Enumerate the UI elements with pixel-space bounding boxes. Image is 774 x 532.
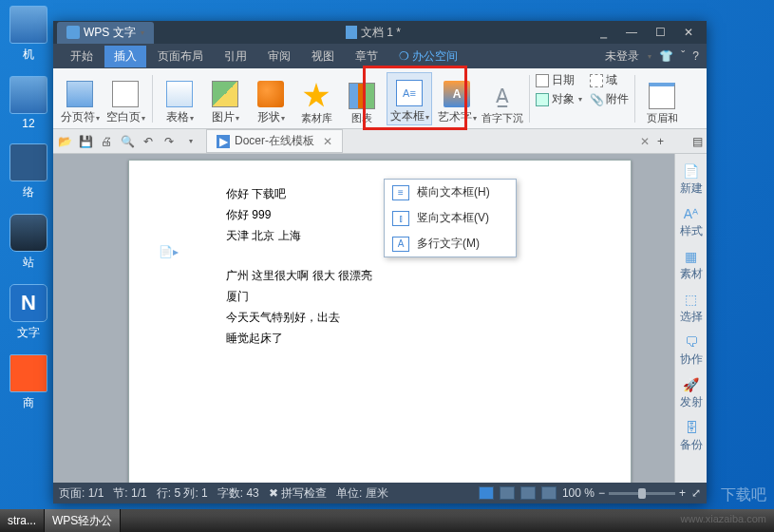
status-chars[interactable]: 字数: 43 bbox=[217, 485, 259, 502]
desktop-icon[interactable]: 商 bbox=[4, 354, 53, 411]
attachment-button[interactable]: 📎附件 bbox=[590, 91, 629, 107]
header-footer-button[interactable]: 页眉和 bbox=[641, 72, 683, 125]
zoom-out-icon[interactable]: − bbox=[598, 486, 605, 500]
tab-insert[interactable]: 插入 bbox=[104, 46, 146, 67]
watermark: 下载吧 bbox=[721, 485, 766, 505]
desktop-icon[interactable]: 12 bbox=[4, 76, 53, 130]
status-unit[interactable]: 单位: 厘米 bbox=[336, 485, 388, 502]
blankpage-icon bbox=[112, 81, 139, 107]
print-icon[interactable]: 🖨 bbox=[99, 134, 114, 149]
tab-chapter[interactable]: 章节 bbox=[346, 46, 387, 67]
textbox-dropdown: ≡横向文本框(H) ⫿竖向文本框(V) A多行文字(M) bbox=[384, 179, 517, 257]
dropdown-item-multiline[interactable]: A多行文字(M) bbox=[385, 231, 516, 256]
taskbar-button[interactable]: WPS轻办公 bbox=[45, 509, 121, 532]
rt-send[interactable]: 🚀发射 bbox=[680, 377, 703, 410]
paste-options-icon[interactable]: 📄▸ bbox=[158, 241, 179, 262]
date-button[interactable]: 日期 bbox=[536, 72, 582, 88]
shape-button[interactable]: 形状▾ bbox=[250, 72, 292, 125]
docer-tab[interactable]: ▶ Docer-在线模板 ✕ bbox=[206, 129, 343, 153]
save-icon[interactable]: 💾 bbox=[78, 134, 93, 149]
open-icon[interactable]: 📂 bbox=[57, 134, 72, 149]
minimize-button[interactable]: — bbox=[621, 26, 642, 39]
library-button[interactable]: 素材库 bbox=[295, 72, 337, 125]
view-web-icon[interactable] bbox=[520, 486, 536, 500]
rt-coop[interactable]: 🗨协作 bbox=[680, 334, 703, 368]
fit-icon[interactable]: ⤢ bbox=[691, 486, 701, 500]
desktop-icon[interactable]: 站 bbox=[4, 214, 53, 271]
zoom-control[interactable]: 100 % − + bbox=[562, 486, 686, 500]
print-preview-icon[interactable]: 🔍 bbox=[120, 134, 135, 149]
object-icon bbox=[536, 93, 549, 106]
work-area: 你好 下载吧 你好 999 天津 北京 上海 广州 这里很大啊 很大 很漂亮 厦… bbox=[53, 154, 707, 483]
titlebar: WPS 文字 ▾ 文档 1 * ⎯ — ☐ ✕ bbox=[53, 21, 707, 44]
dropdown-item-vertical[interactable]: ⫿竖向文本框(V) bbox=[385, 205, 516, 231]
field-button[interactable]: 域 bbox=[590, 72, 629, 88]
wps-window: WPS 文字 ▾ 文档 1 * ⎯ — ☐ ✕ 开始 插入 页面布局 引用 审阅… bbox=[53, 21, 707, 504]
textbox-button[interactable]: 文本框▾ bbox=[387, 72, 432, 125]
chart-icon bbox=[349, 83, 375, 109]
field-icon bbox=[590, 74, 603, 87]
dropdown-item-horizontal[interactable]: ≡横向文本框(H) bbox=[385, 180, 516, 205]
help-icon[interactable]: ? bbox=[692, 49, 699, 63]
picture-button[interactable]: 图片▾ bbox=[204, 72, 246, 125]
doc-line: 今天天气特别好，出去 bbox=[226, 307, 595, 328]
rt-new[interactable]: 📄新建 bbox=[680, 163, 703, 197]
docer-icon: ▶ bbox=[217, 135, 230, 148]
new-tab-button[interactable]: + bbox=[657, 135, 664, 148]
tab-list-icon[interactable]: ▤ bbox=[692, 135, 703, 148]
multiline-text-icon: A bbox=[392, 237, 409, 252]
shape-icon bbox=[257, 81, 284, 107]
close-button[interactable]: ✕ bbox=[678, 26, 699, 39]
tab-office-space[interactable]: ❍ 办公空间 bbox=[389, 46, 467, 67]
status-spellcheck[interactable]: ✖ 拼写检查 bbox=[269, 485, 327, 502]
close-tab-icon[interactable]: ✕ bbox=[640, 135, 650, 148]
pagebreak-button[interactable]: 分页符▾ bbox=[59, 72, 101, 125]
tab-page-layout[interactable]: 页面布局 bbox=[148, 46, 213, 67]
collapse-ribbon-icon[interactable]: ˇ bbox=[681, 49, 685, 63]
rt-select[interactable]: ⬚选择 bbox=[680, 292, 703, 325]
document-title: 文档 1 * bbox=[154, 25, 593, 41]
tab-review[interactable]: 审阅 bbox=[258, 46, 300, 67]
chart-button[interactable]: 图表 bbox=[341, 72, 383, 125]
menu-right: 未登录▾ 👕 ˇ ? bbox=[605, 48, 699, 65]
view-read-icon[interactable] bbox=[541, 486, 557, 500]
zoom-slider[interactable] bbox=[609, 492, 675, 495]
blankpage-button[interactable]: 空白页▾ bbox=[104, 72, 146, 125]
close-tab-icon[interactable]: ✕ bbox=[323, 135, 332, 148]
spacer-icon: ⎯ bbox=[593, 26, 614, 39]
table-button[interactable]: 表格▾ bbox=[159, 72, 200, 125]
rt-material[interactable]: ▦素材 bbox=[680, 249, 703, 282]
view-outline-icon[interactable] bbox=[500, 486, 515, 500]
status-line-col: 行: 5 列: 1 bbox=[157, 485, 208, 502]
rt-style[interactable]: Aᴬ样式 bbox=[680, 206, 703, 239]
status-bar: 页面: 1/1 节: 1/1 行: 5 列: 1 字数: 43 ✖ 拼写检查 单… bbox=[53, 483, 707, 504]
tab-start[interactable]: 开始 bbox=[61, 46, 103, 67]
tab-view[interactable]: 视图 bbox=[302, 46, 344, 67]
taskbar-button[interactable]: stra... bbox=[0, 509, 45, 532]
desktop-icon[interactable]: 络 bbox=[4, 143, 53, 200]
undo-icon[interactable]: ↶ bbox=[141, 134, 156, 149]
redo-icon[interactable]: ↷ bbox=[161, 134, 177, 149]
view-page-icon[interactable] bbox=[479, 486, 494, 500]
rt-backup[interactable]: 🗄备份 bbox=[680, 420, 703, 453]
desktop-icon[interactable]: N文字 bbox=[4, 284, 53, 341]
desktop-icon[interactable]: 机 bbox=[4, 6, 53, 63]
skin-icon[interactable]: 👕 bbox=[659, 49, 673, 63]
doc-line: 广州 这里很大啊 很大 很漂亮 bbox=[226, 265, 595, 286]
taskbar: stra... WPS轻办公 bbox=[0, 509, 774, 532]
app-tab[interactable]: WPS 文字 ▾ bbox=[57, 22, 154, 44]
new-icon: 📄 bbox=[683, 163, 699, 179]
object-button[interactable]: 对象▾ bbox=[536, 91, 582, 107]
wordart-button[interactable]: 艺术字▾ bbox=[436, 72, 478, 125]
wps-icon bbox=[66, 26, 80, 39]
document-page[interactable]: 你好 下载吧 你好 999 天津 北京 上海 广州 这里很大啊 很大 很漂亮 厦… bbox=[128, 160, 632, 483]
chevron-down-icon[interactable]: ▾ bbox=[183, 134, 198, 149]
dropcap-button[interactable]: A̲首字下沉 bbox=[481, 72, 523, 125]
material-icon: ▦ bbox=[685, 249, 697, 264]
tab-references[interactable]: 引用 bbox=[215, 46, 256, 67]
zoom-in-icon[interactable]: + bbox=[679, 486, 686, 500]
maximize-button[interactable]: ☐ bbox=[650, 26, 670, 39]
login-status[interactable]: 未登录 bbox=[605, 48, 639, 65]
store-icon bbox=[9, 354, 47, 392]
chevron-down-icon: ▾ bbox=[141, 28, 144, 37]
